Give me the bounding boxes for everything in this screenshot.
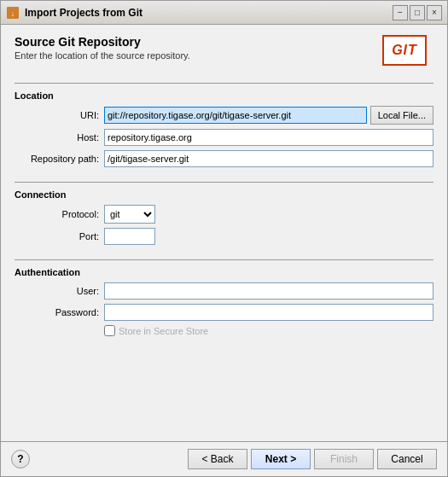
window-controls: − □ ×	[393, 5, 442, 20]
cancel-button[interactable]: Cancel	[377, 449, 437, 469]
protocol-row: Protocol: githttphttpssshsftpftp	[15, 205, 433, 224]
location-label: Location	[15, 90, 433, 101]
store-checkbox-row: Store in Secure Store	[104, 325, 208, 336]
password-input[interactable]	[104, 304, 433, 321]
connection-label: Connection	[15, 189, 433, 200]
connection-section: Connection Protocol: githttphttpssshsftp…	[15, 189, 433, 249]
host-input[interactable]	[104, 129, 433, 146]
store-checkbox[interactable]	[104, 325, 115, 336]
protocol-label: Protocol:	[15, 209, 104, 219]
help-button[interactable]: ?	[11, 450, 30, 468]
store-row: Store in Secure Store	[15, 325, 433, 336]
repo-path-input[interactable]	[104, 150, 433, 167]
dialog-content: Source Git Repository Enter the location…	[1, 25, 447, 441]
protocol-control-row: githttphttpssshsftpftp	[104, 205, 155, 224]
local-file-button[interactable]: Local File...	[370, 106, 433, 125]
close-button[interactable]: ×	[427, 5, 442, 20]
svg-text:↓: ↓	[11, 9, 15, 18]
connection-divider	[15, 259, 433, 260]
user-input[interactable]	[104, 282, 433, 300]
port-label: Port:	[15, 231, 104, 241]
maximize-button[interactable]: □	[410, 5, 425, 20]
store-label: Store in Secure Store	[119, 326, 208, 336]
location-divider	[15, 182, 433, 183]
user-label: User:	[15, 286, 104, 296]
git-logo-text: GIT	[382, 35, 427, 66]
bottom-bar: ? < Back Next > Finish Cancel	[1, 441, 447, 476]
password-label: Password:	[15, 307, 104, 317]
authentication-label: Authentication	[15, 267, 433, 277]
window-title: Import Projects from Git	[25, 7, 393, 19]
minimize-button[interactable]: −	[393, 5, 408, 20]
authentication-section: Authentication User: Password: Store in …	[15, 267, 433, 340]
back-button[interactable]: < Back	[188, 449, 247, 469]
page-title: Source Git Repository	[15, 35, 382, 49]
port-row: Port:	[15, 228, 433, 245]
next-button[interactable]: Next >	[251, 449, 311, 469]
port-input[interactable]	[104, 228, 155, 245]
repo-path-row: Repository path:	[15, 150, 433, 167]
host-row: Host:	[15, 129, 433, 146]
page-subtitle: Enter the location of the source reposit…	[15, 50, 382, 61]
repo-path-label: Repository path:	[15, 154, 104, 164]
uri-input[interactable]	[104, 107, 367, 124]
host-label: Host:	[15, 132, 104, 143]
header-divider	[15, 83, 433, 84]
uri-row: URI: Local File...	[15, 106, 433, 125]
title-bar: ↓ Import Projects from Git − □ ×	[1, 1, 447, 25]
git-logo: GIT	[382, 35, 433, 71]
user-row: User:	[15, 282, 433, 300]
location-section: Location URI: Local File... Host: Reposi…	[15, 90, 433, 172]
page-header: Source Git Repository Enter the location…	[15, 35, 433, 71]
window-icon: ↓	[6, 6, 20, 20]
main-window: ↓ Import Projects from Git − □ × Source …	[0, 0, 448, 477]
header-text: Source Git Repository Enter the location…	[15, 35, 382, 61]
finish-button[interactable]: Finish	[314, 449, 374, 469]
uri-input-row: Local File...	[104, 106, 433, 125]
password-row: Password:	[15, 304, 433, 321]
uri-label: URI:	[15, 110, 104, 120]
protocol-select[interactable]: githttphttpssshsftpftp	[104, 205, 155, 224]
